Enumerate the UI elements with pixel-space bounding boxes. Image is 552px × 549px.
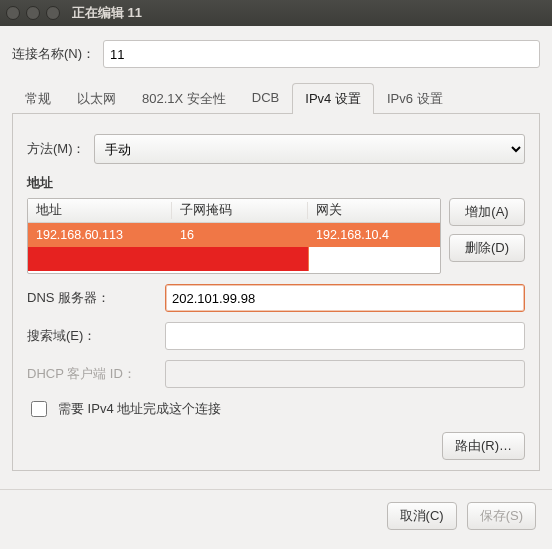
- search-domain-row: 搜索域(E)：: [27, 322, 525, 350]
- minimize-icon[interactable]: [26, 6, 40, 20]
- table-row-editing[interactable]: [28, 247, 440, 271]
- addresses-title: 地址: [27, 174, 525, 192]
- addresses-table[interactable]: 地址 子网掩码 网关 192.168.60.113 16 192.168.10.…: [27, 198, 441, 274]
- method-select[interactable]: 手动: [94, 134, 526, 164]
- tab-ipv6[interactable]: IPv6 设置: [374, 83, 456, 114]
- tabs: 常规 以太网 802.1X 安全性 DCB IPv4 设置 IPv6 设置: [12, 82, 540, 114]
- add-button[interactable]: 增加(A): [449, 198, 525, 226]
- dialog-footer: 取消(C) 保存(S): [0, 489, 552, 542]
- tab-8021x[interactable]: 802.1X 安全性: [129, 83, 239, 114]
- dns-row: DNS 服务器：: [27, 284, 525, 312]
- cancel-button[interactable]: 取消(C): [387, 502, 457, 530]
- cell-gateway: 192.168.10.4: [308, 228, 440, 242]
- window-title: 正在编辑 11: [72, 4, 142, 22]
- method-row: 方法(M)： 手动: [27, 134, 525, 164]
- cell-address: 192.168.60.113: [28, 228, 172, 242]
- maximize-icon[interactable]: [46, 6, 60, 20]
- routes-button[interactable]: 路由(R)…: [442, 432, 525, 460]
- delete-button[interactable]: 删除(D): [449, 234, 525, 262]
- titlebar: 正在编辑 11: [0, 0, 552, 26]
- connection-name-input[interactable]: [103, 40, 540, 68]
- addresses-header: 地址 子网掩码 网关: [28, 199, 440, 223]
- ipv4-panel: 方法(M)： 手动 地址 地址 子网掩码 网关 192.168.60.113 1…: [12, 114, 540, 471]
- close-icon[interactable]: [6, 6, 20, 20]
- search-domain-input[interactable]: [165, 322, 525, 350]
- tab-dcb[interactable]: DCB: [239, 83, 292, 114]
- search-domain-label: 搜索域(E)：: [27, 327, 155, 345]
- col-gateway[interactable]: 网关: [308, 202, 440, 219]
- method-label: 方法(M)：: [27, 140, 86, 158]
- connection-name-label: 连接名称(N)：: [12, 45, 95, 63]
- col-address[interactable]: 地址: [28, 202, 172, 219]
- edit-cell[interactable]: [308, 247, 440, 271]
- require-ipv4-label: 需要 IPv4 地址完成这个连接: [58, 400, 221, 418]
- dns-input[interactable]: [165, 284, 525, 312]
- col-netmask[interactable]: 子网掩码: [172, 202, 308, 219]
- edit-highlight: [28, 247, 308, 271]
- dhcp-client-row: DHCP 客户端 ID：: [27, 360, 525, 388]
- save-button[interactable]: 保存(S): [467, 502, 536, 530]
- dns-label: DNS 服务器：: [27, 289, 155, 307]
- require-ipv4-row: 需要 IPv4 地址完成这个连接: [27, 398, 525, 420]
- tab-general[interactable]: 常规: [12, 83, 64, 114]
- tab-ethernet[interactable]: 以太网: [64, 83, 129, 114]
- tab-ipv4[interactable]: IPv4 设置: [292, 83, 374, 114]
- require-ipv4-checkbox[interactable]: [31, 401, 47, 417]
- cell-netmask: 16: [172, 228, 308, 242]
- table-row[interactable]: 192.168.60.113 16 192.168.10.4: [28, 223, 440, 247]
- dhcp-client-label: DHCP 客户端 ID：: [27, 365, 155, 383]
- connection-name-row: 连接名称(N)：: [12, 40, 540, 68]
- dhcp-client-input: [165, 360, 525, 388]
